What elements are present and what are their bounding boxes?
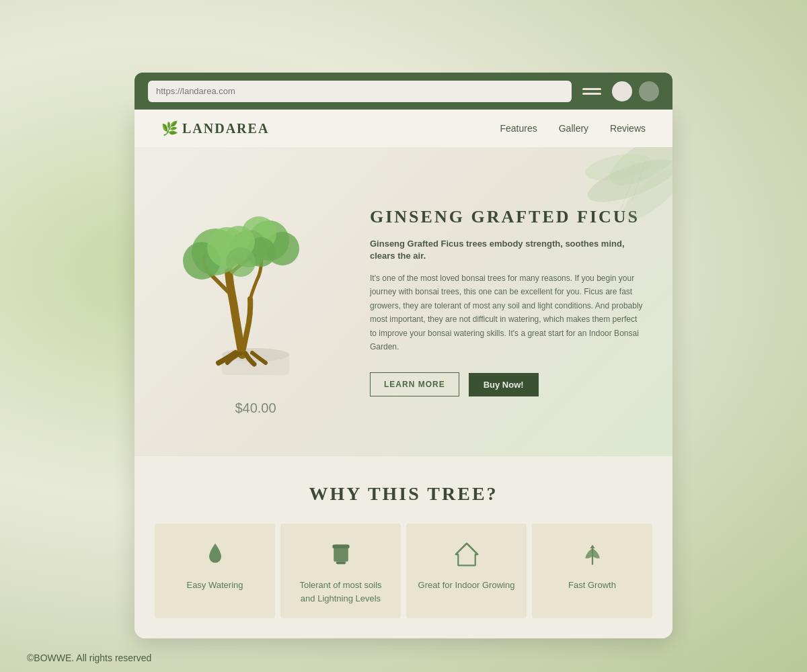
plant-image bbox=[168, 175, 343, 390]
site-container: 🌿 LANDAREA Features Gallery Reviews bbox=[134, 110, 672, 638]
product-buttons: LEARN MORE Buy Now! bbox=[370, 372, 646, 396]
nav-line-1 bbox=[582, 88, 601, 90]
feature-indoor-label: Great for Indoor Growing bbox=[418, 579, 515, 592]
product-info: GINSENG GRAFTED FICUS Ginseng Grafted Fi… bbox=[370, 194, 646, 397]
feature-fast-growth: Fast Growth bbox=[532, 523, 652, 618]
why-title: WHY THIS TREE? bbox=[155, 483, 652, 505]
hero-section: $40.00 GINSENG GRAFTED FICUS Ginseng Gra… bbox=[134, 147, 672, 456]
browser-circle-light bbox=[612, 81, 632, 101]
feature-fast-growth-label: Fast Growth bbox=[568, 579, 616, 592]
logo-area[interactable]: 🌿 LANDAREA bbox=[161, 120, 269, 136]
feature-easy-watering-label: Easy Watering bbox=[186, 579, 243, 592]
product-description: It's one of the most loved bonsai trees … bbox=[370, 271, 646, 353]
nav-gallery[interactable]: Gallery bbox=[559, 123, 588, 134]
logo-text: LANDAREA bbox=[182, 121, 269, 136]
browser-circle-dark bbox=[639, 81, 659, 101]
features-grid: Easy Watering Tolerant of most soils and… bbox=[155, 523, 652, 618]
feature-easy-watering: Easy Watering bbox=[155, 523, 275, 618]
hamburger-menu[interactable] bbox=[582, 88, 601, 95]
svg-point-18 bbox=[226, 247, 256, 277]
site-nav: 🌿 LANDAREA Features Gallery Reviews bbox=[134, 110, 672, 147]
product-subtitle: Ginseng Grafted Ficus trees embody stren… bbox=[370, 238, 646, 262]
nav-reviews[interactable]: Reviews bbox=[610, 123, 646, 134]
svg-point-0 bbox=[603, 147, 672, 196]
soil-icon bbox=[326, 540, 356, 569]
logo-leaf-icon: 🌿 bbox=[161, 120, 178, 136]
water-drop-icon bbox=[200, 540, 230, 569]
page-footer: ©BOWWE. All rights reserved bbox=[0, 638, 807, 672]
indoor-icon bbox=[452, 540, 482, 569]
feature-soil-tolerant: Tolerant of most soils and Lightning Lev… bbox=[280, 523, 401, 618]
page-wrapper: 🌿 LANDAREA Features Gallery Reviews bbox=[0, 0, 807, 672]
browser-bar bbox=[134, 73, 672, 110]
feature-soil-tolerant-label: Tolerant of most soils and Lightning Lev… bbox=[291, 579, 390, 605]
why-section: WHY THIS TREE? Easy Watering bbox=[134, 456, 672, 638]
svg-marker-22 bbox=[455, 544, 477, 566]
growth-icon bbox=[578, 540, 607, 569]
learn-more-button[interactable]: LEARN MORE bbox=[370, 372, 459, 396]
svg-rect-20 bbox=[332, 545, 349, 548]
product-title: GINSENG GRAFTED FICUS bbox=[370, 207, 646, 227]
svg-point-3 bbox=[584, 150, 654, 185]
feature-indoor: Great for Indoor Growing bbox=[406, 523, 527, 618]
svg-rect-21 bbox=[336, 562, 345, 564]
nav-links: Features Gallery Reviews bbox=[500, 123, 646, 134]
url-bar[interactable] bbox=[148, 81, 572, 102]
bonsai-svg bbox=[182, 188, 330, 390]
nav-features[interactable]: Features bbox=[500, 123, 537, 134]
plant-price: $40.00 bbox=[235, 401, 276, 416]
plant-image-area: $40.00 bbox=[161, 175, 350, 416]
browser-circles bbox=[612, 81, 659, 101]
nav-line-2 bbox=[582, 93, 601, 95]
buy-now-button[interactable]: Buy Now! bbox=[469, 373, 539, 396]
footer-copyright: ©BOWWE. All rights reserved bbox=[27, 653, 151, 663]
